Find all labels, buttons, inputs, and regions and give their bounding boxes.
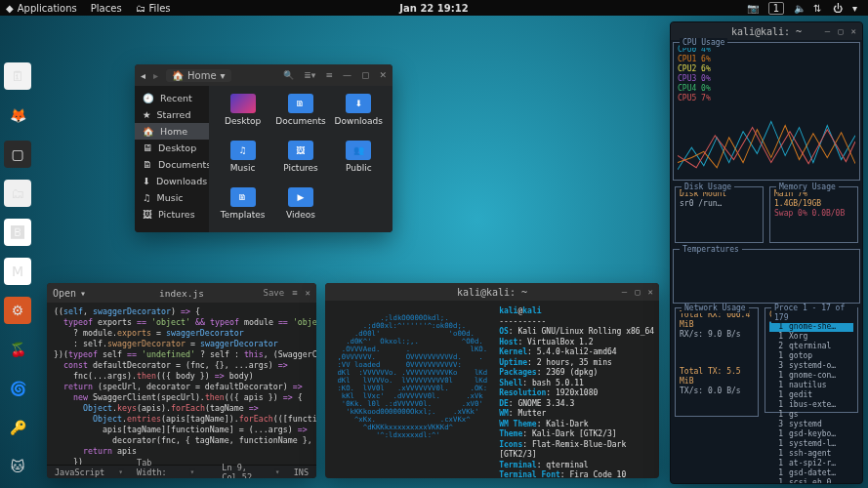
net-tx-total: Total TX: 5.5 MiB <box>680 367 741 386</box>
nav-back-icon[interactable]: ◂ <box>141 70 145 81</box>
cherry-icon[interactable]: 🍒 <box>4 336 31 363</box>
folder-music[interactable]: ♫Music <box>215 141 270 183</box>
process-row[interactable]: 1gnome-con… <box>769 371 853 381</box>
status-lang[interactable]: JavaScript <box>55 468 104 477</box>
process-row[interactable]: 1gedit <box>769 390 853 400</box>
network-icon[interactable]: ⇅ <box>813 3 823 13</box>
terminal-body[interactable]: .;ldkO0000Okdl;. .;d00xl:^''''''^:ok00d;… <box>325 301 659 478</box>
menu-caret-icon[interactable]: ▾ <box>852 3 862 13</box>
sidebar-item-music[interactable]: ♫Music <box>135 189 209 206</box>
settings-icon[interactable]: ⚙ <box>4 297 31 324</box>
process-row[interactable]: 3systemd-o… <box>769 361 853 371</box>
process-row[interactable]: 1Xorg <box>769 332 853 342</box>
search-icon[interactable]: 🔍 <box>283 70 294 80</box>
process-row[interactable]: 1gnome-she… <box>769 322 853 332</box>
minimize-icon[interactable]: — <box>622 287 627 297</box>
folder-label: Templates <box>221 210 266 220</box>
cat-icon[interactable]: 🐱 <box>4 453 31 480</box>
folder-desktop[interactable]: Desktop <box>215 94 270 137</box>
sidebar-item-pictures[interactable]: 🖼Pictures <box>135 206 209 223</box>
process-row[interactable]: 1gsd-datet… <box>769 468 853 478</box>
nav-forward-icon[interactable]: ▸ <box>153 70 158 81</box>
path-label[interactable]: Home <box>187 70 217 81</box>
neofetch-ascii: .;ldkO0000Okdl;. .;d00xl:^''''''^:ok00d;… <box>333 306 487 472</box>
nav-icon: 🕘 <box>143 93 154 103</box>
process-row[interactable]: 2qterminal <box>769 342 853 351</box>
folder-icon: ♫ <box>230 141 256 160</box>
folder-templates[interactable]: 🗎Templates <box>215 187 270 230</box>
maximize-icon[interactable]: ▢ <box>635 287 640 297</box>
zap-icon[interactable]: 🌀 <box>4 375 31 402</box>
hamburger-icon[interactable]: ≡ <box>292 288 297 298</box>
process-row[interactable]: 1nautilus <box>769 381 853 390</box>
menu-applications[interactable]: ◆Applications <box>6 3 77 14</box>
power-icon[interactable]: ⏻ <box>833 3 843 13</box>
open-button[interactable]: Open <box>53 288 76 299</box>
terminal-titlebar[interactable]: kali@kali: ~ — ▢ ✕ <box>325 283 659 301</box>
sidebar-item-starred[interactable]: ★Starred <box>135 106 209 123</box>
john-icon[interactable]: 🔑 <box>4 414 31 441</box>
save-button[interactable]: Save <box>263 288 284 298</box>
folder-documents[interactable]: 🗎Documents <box>272 94 328 137</box>
topbar-files[interactable]: 🗂Files <box>136 3 171 14</box>
sidebar-item-desktop[interactable]: 🖥Desktop <box>135 140 209 156</box>
process-row[interactable]: 1scsi_eh_0 <box>769 478 853 484</box>
sidebar-item-label: Starred <box>157 109 191 120</box>
firefox-icon[interactable]: 🦊 <box>4 102 31 129</box>
volume-icon[interactable]: 🔈 <box>794 3 804 13</box>
path-caret-icon[interactable]: ▾ <box>221 70 226 81</box>
process-row[interactable]: 1gs <box>769 410 853 420</box>
folder-videos[interactable]: ▶Videos <box>272 187 328 230</box>
editor-tab-title[interactable]: index.js <box>159 288 204 299</box>
camera-icon[interactable]: 📷 <box>747 3 759 14</box>
hamburger-icon[interactable]: ≡ <box>325 70 333 80</box>
maximize-icon[interactable]: ▢ <box>361 70 370 80</box>
neofetch-row: Uptime: 2 hours, 35 mins <box>499 358 655 369</box>
maximize-icon[interactable]: ▢ <box>838 26 843 36</box>
terminal-icon[interactable]: ▢ <box>4 141 31 168</box>
folder-icon: 🗎 <box>288 94 313 113</box>
process-row[interactable]: 1gotop <box>769 351 853 361</box>
files-grid[interactable]: Desktop🗎Documents⬇Downloads♫Music🖼Pictur… <box>209 86 393 232</box>
menu-places[interactable]: Places <box>91 3 122 14</box>
folder-downloads[interactable]: ⬇Downloads <box>331 94 387 137</box>
folder-label: Public <box>346 163 372 173</box>
close-icon[interactable]: ✕ <box>379 70 387 80</box>
workspace-indicator[interactable]: 1 <box>768 2 784 15</box>
folder-label: Downloads <box>335 116 383 126</box>
editor-content[interactable]: ((self, swaggerDecorator) => { typeof ex… <box>47 303 316 465</box>
minimize-icon[interactable]: — <box>825 26 830 36</box>
process-row[interactable]: 1at-spi2-r… <box>769 459 853 468</box>
sidebar-item-home[interactable]: 🏠Home <box>135 123 209 140</box>
folder-pictures[interactable]: 🖼Pictures <box>272 141 328 183</box>
home-icon[interactable]: 🏠 <box>172 70 184 81</box>
view-list-icon[interactable]: ≣▾ <box>304 70 315 80</box>
close-icon[interactable]: ✕ <box>306 288 310 298</box>
folder-public[interactable]: 👥Public <box>331 141 387 183</box>
process-row[interactable]: 1gsd-keybo… <box>769 429 853 439</box>
folder-label: Documents <box>275 116 325 126</box>
sidebar-item-downloads[interactable]: ⬇Downloads <box>135 173 209 189</box>
close-icon[interactable]: ✕ <box>648 287 653 297</box>
minimize-icon[interactable]: — <box>343 70 351 80</box>
files-titlebar[interactable]: ◂ ▸ 🏠 Home ▾ 🔍 ≣▾ ≡ — ▢ ✕ <box>135 64 393 86</box>
close-icon[interactable]: ✕ <box>851 26 856 36</box>
top-bar: ◆Applications Places 🗂Files Jan 22 19:12… <box>0 0 868 16</box>
cpu-core: CPU4 0% <box>678 84 855 94</box>
sidebar-item-documents[interactable]: 🗎Documents <box>135 156 209 173</box>
memory-panel: Memory Usage Main 7% 1.4GB/19GB Swap 0% … <box>769 186 858 243</box>
calendar-icon[interactable]: 🗓 <box>4 62 31 90</box>
editor-titlebar[interactable]: Open ▾ index.js Save ≡ ✕ <box>47 283 316 303</box>
process-row[interactable]: 1systemd-l… <box>769 439 853 449</box>
monitor-body[interactable]: CPU Usage CPU0 4%CPU1 6%CPU2 6%CPU3 0%CP… <box>671 40 862 483</box>
process-row[interactable]: 1ibus-exte… <box>769 400 853 410</box>
process-row[interactable]: 1ssh-agent <box>769 449 853 459</box>
clock[interactable]: Jan 22 19:12 <box>399 3 468 14</box>
open-caret-icon[interactable]: ▾ <box>80 288 86 299</box>
metasploit-icon[interactable]: M <box>4 258 31 285</box>
status-tabwidth[interactable]: Tab Width: 4 <box>137 458 176 479</box>
files-icon[interactable]: 🗂 <box>4 180 31 207</box>
burpsuite-icon[interactable]: 🅱 <box>4 219 31 246</box>
process-row[interactable]: 3systemd <box>769 420 853 429</box>
sidebar-item-recent[interactable]: 🕘Recent <box>135 90 209 106</box>
